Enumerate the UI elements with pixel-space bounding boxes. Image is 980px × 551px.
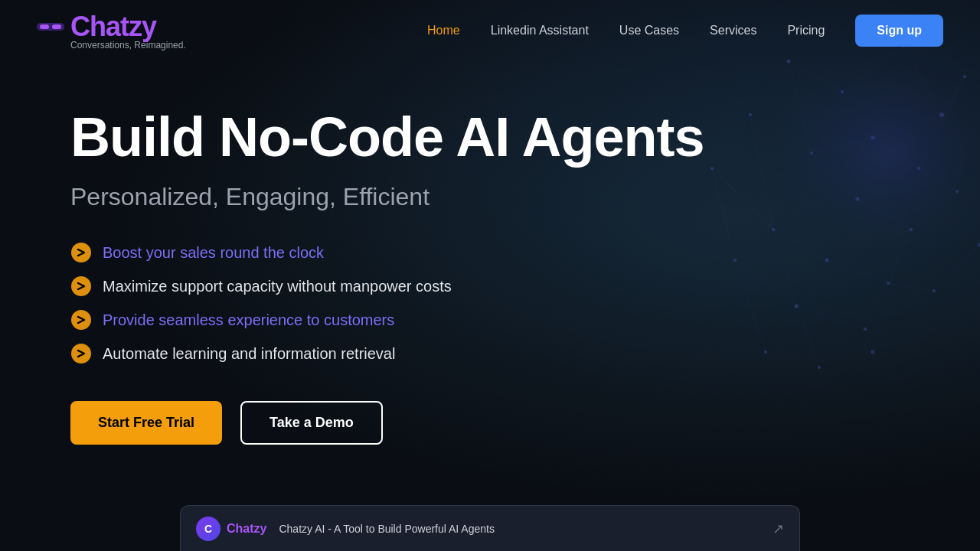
svg-point-59 [71,276,91,296]
nav-links: Home Linkedin Assistant Use Cases Servic… [427,15,943,47]
video-wordmark: Chatzy [227,522,266,536]
feature-list: Boost your sales round the clock Maximiz… [70,242,910,364]
nav-linkedin[interactable]: Linkedin Assistant [491,24,589,37]
hero-subtitle: Personalized, Engaging, Efficient [70,183,910,211]
video-title: Chatzy AI - A Tool to Build Powerful AI … [279,523,494,535]
nav-usecases[interactable]: Use Cases [619,24,679,37]
cta-buttons: Start Free Trial Take a Demo [70,401,910,445]
chevron-icon-4 [70,343,92,364]
take-demo-button[interactable]: Take a Demo [240,401,383,445]
svg-rect-56 [40,24,49,29]
feature-text-3: Provide seamless experience to customers [103,311,394,329]
logo-area: Chatzy Conversations, Reimagined. [37,11,186,51]
video-logo: C Chatzy [196,517,266,541]
svg-point-58 [71,243,91,262]
nav-services[interactable]: Services [710,24,756,37]
video-preview[interactable]: C Chatzy Chatzy AI - A Tool to Build Pow… [180,505,800,551]
feature-text-2: Maximize support capacity without manpow… [103,278,452,295]
share-icon[interactable]: ↗ [773,520,784,537]
svg-point-60 [71,310,91,330]
feature-text-4: Automate learning and information retrie… [103,345,395,363]
feature-item-2: Maximize support capacity without manpow… [70,276,910,297]
nav-pricing[interactable]: Pricing [787,24,825,37]
logo-wordmark: Chatzy [37,11,186,43]
signup-button[interactable]: Sign up [855,15,943,47]
feature-text-1: Boost your sales round the clock [103,244,324,262]
navbar: Chatzy Conversations, Reimagined. Home L… [0,0,980,61]
start-trial-button[interactable]: Start Free Trial [70,401,222,445]
chevron-icon-2 [70,276,92,297]
hero-title: Build No-Code AI Agents [70,107,910,168]
feature-item-3: Provide seamless experience to customers [70,309,910,331]
brand-tagline: Conversations, Reimagined. [70,40,186,51]
svg-point-61 [71,344,91,364]
feature-item-1: Boost your sales round the clock [70,242,910,263]
video-logo-icon: C [196,517,220,541]
feature-item-4: Automate learning and information retrie… [70,343,910,364]
chevron-icon-3 [70,309,92,331]
hero-section: Build No-Code AI Agents Personalized, En… [0,61,980,491]
svg-rect-57 [52,24,61,29]
brand-name: Chatzy [70,11,156,43]
chevron-icon-1 [70,242,92,263]
logo-icon [37,18,64,35]
nav-home[interactable]: Home [427,24,460,37]
